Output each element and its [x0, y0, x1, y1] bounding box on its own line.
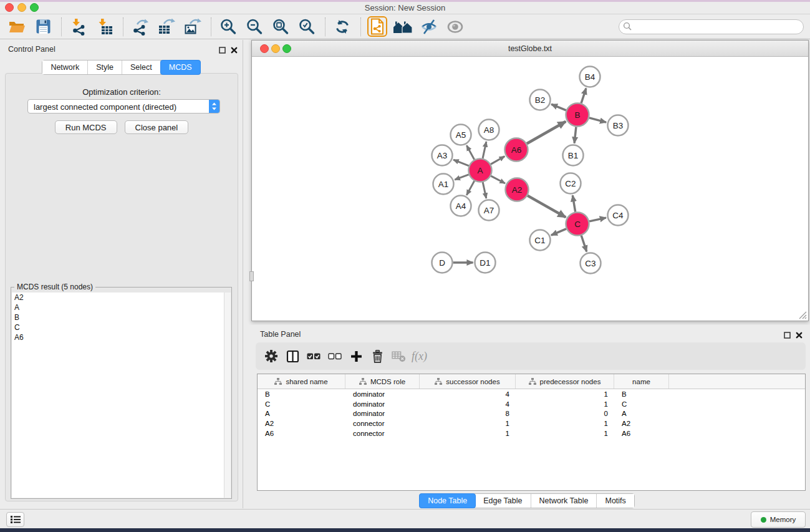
resize-grip-icon[interactable]	[798, 311, 807, 319]
criterion-dropdown[interactable]: largest connected component (directed)	[27, 99, 220, 114]
tab-motifs[interactable]: Motifs	[597, 494, 634, 508]
table-cell: A	[258, 410, 345, 417]
graph-edge-C-C3[interactable]	[581, 236, 587, 252]
titlebar[interactable]: Session: New Session	[0, 0, 810, 14]
table-cell: C	[258, 400, 345, 408]
window-edge-grip[interactable]	[249, 271, 254, 281]
mcds-scrollbar[interactable]	[224, 293, 231, 498]
search-input[interactable]	[634, 21, 799, 33]
table-row[interactable]: A2connector11A2	[258, 418, 805, 428]
deselect-all-button[interactable]	[325, 347, 344, 365]
graph-edge-B-B2[interactable]	[551, 104, 566, 110]
zoom-selected-button[interactable]	[296, 16, 317, 37]
delete-table-button[interactable]	[389, 347, 408, 365]
network-window-titlebar[interactable]: testGlobe.txt	[252, 41, 808, 57]
export-table-button[interactable]	[156, 16, 177, 37]
graph-node-label-C3: C3	[585, 259, 595, 268]
unchecked-boxes-icon	[328, 352, 342, 360]
graph-edge-B-B1[interactable]	[574, 127, 576, 143]
export-image-button[interactable]	[182, 16, 203, 37]
graph-edge-A2-C[interactable]	[528, 196, 566, 218]
zoom-in-button[interactable]	[218, 16, 239, 37]
graph-node-label-C1: C1	[534, 236, 545, 245]
save-session-button[interactable]	[32, 16, 54, 37]
float-panel-button[interactable]	[219, 45, 226, 56]
titlebar-accent-strip	[0, 0, 810, 2]
tab-network[interactable]: Network	[42, 60, 88, 74]
column-header-shared-name[interactable]: shared name	[258, 374, 345, 389]
graph-edge-A-A4[interactable]	[466, 181, 474, 195]
column-label: successor nodes	[446, 378, 499, 385]
column-label: predecessor nodes	[540, 378, 601, 385]
column-header-predecessor-nodes[interactable]: predecessor nodes	[516, 374, 614, 389]
create-column-button[interactable]	[347, 347, 365, 365]
show-columns-button[interactable]	[283, 347, 302, 365]
tab-style[interactable]: Style	[88, 60, 122, 74]
export-network-button[interactable]	[130, 16, 151, 37]
mcds-result-item[interactable]: A	[12, 302, 224, 312]
import-table-button[interactable]	[94, 16, 115, 37]
network-canvas[interactable]: AA1A2A3A4A5A6A7A8BB1B2B3B4CC1C2C3C4DD1	[252, 57, 808, 321]
table-cell: 4	[420, 400, 516, 408]
table-row[interactable]: A6connector11A6	[258, 428, 805, 438]
session-title: Session: New Session	[0, 3, 810, 12]
table-row[interactable]: Bdominator41B	[258, 389, 805, 399]
memory-button[interactable]: Memory	[751, 511, 806, 528]
graph-edge-A-A7[interactable]	[483, 182, 486, 198]
graph-edge-A-A3[interactable]	[453, 160, 469, 166]
table-tabs: Node TableEdge TableNetwork TableMotifs	[244, 493, 810, 508]
mcds-result-item[interactable]: A2	[12, 293, 224, 302]
select-all-button[interactable]	[304, 347, 323, 365]
graph-edge-A-A2[interactable]	[491, 176, 505, 183]
close-panel-button-mcds[interactable]: Close panel	[125, 120, 189, 134]
mcds-result-item[interactable]: C	[12, 322, 224, 332]
new-network-from-selection-button[interactable]	[367, 16, 387, 37]
graph-edge-C-C1[interactable]	[551, 229, 566, 235]
graph-edge-A-A5[interactable]	[466, 145, 474, 160]
mcds-result-item[interactable]: A6	[12, 332, 224, 342]
column-header-MCDS-role[interactable]: MCDS role	[345, 374, 420, 389]
table-cell: A6	[258, 430, 345, 437]
table-cell: B	[614, 390, 669, 398]
search-box	[619, 19, 804, 34]
function-builder-button[interactable]: f(x)	[410, 347, 427, 365]
graph-edge-A-A1[interactable]	[455, 175, 468, 180]
table-row[interactable]: Cdominator41C	[258, 399, 805, 409]
tab-select[interactable]: Select	[122, 60, 161, 74]
open-session-button[interactable]	[6, 16, 27, 37]
task-history-button[interactable]	[6, 512, 24, 527]
float-panel-button[interactable]	[784, 330, 791, 341]
graph-edge-C-C2[interactable]	[572, 195, 575, 212]
delete-column-button[interactable]	[368, 347, 387, 365]
hide-selected-button[interactable]	[418, 16, 440, 37]
refresh-layout-button[interactable]	[332, 16, 353, 37]
close-panel-button[interactable]	[796, 330, 803, 341]
import-network-button[interactable]	[68, 16, 89, 37]
table-cell: 4	[420, 390, 516, 398]
network-graph: AA1A2A3A4A5A6A7A8BB1B2B3B4CC1C2C3C4DD1	[252, 57, 808, 321]
graph-edge-A-A6[interactable]	[491, 157, 504, 165]
graph-edge-A-A8[interactable]	[483, 142, 486, 158]
zoom-out-button[interactable]	[244, 16, 265, 37]
tab-edge-table[interactable]: Edge Table	[475, 494, 531, 508]
graph-edge-C-C4[interactable]	[589, 218, 606, 221]
mcds-result-item[interactable]: B	[12, 312, 224, 322]
show-all-levels-button[interactable]	[392, 16, 413, 37]
tab-mcds[interactable]: MCDS	[160, 60, 201, 75]
network-window: testGlobe.txt AA1A2A3A4A5A6A7A8BB1B2B3B4…	[251, 40, 809, 321]
memory-status-icon	[761, 517, 766, 523]
table-row[interactable]: Adominator80A	[258, 409, 805, 418]
graph-edge-B-B3[interactable]	[589, 118, 606, 122]
run-mcds-button[interactable]: Run MCDS	[55, 120, 117, 134]
zoom-fit-button[interactable]	[270, 16, 291, 37]
column-header-name[interactable]: name	[614, 374, 669, 389]
table-cell: dominator	[345, 400, 420, 408]
column-header-successor-nodes[interactable]: successor nodes	[420, 374, 516, 389]
close-panel-button[interactable]	[231, 45, 238, 56]
graph-edge-B-B4[interactable]	[581, 89, 586, 104]
tab-node-table[interactable]: Node Table	[419, 493, 476, 508]
tab-network-table[interactable]: Network Table	[531, 494, 597, 508]
show-hidden-button[interactable]	[445, 16, 466, 37]
graph-edge-A6-B[interactable]	[527, 122, 566, 144]
table-settings-button[interactable]	[262, 347, 281, 365]
